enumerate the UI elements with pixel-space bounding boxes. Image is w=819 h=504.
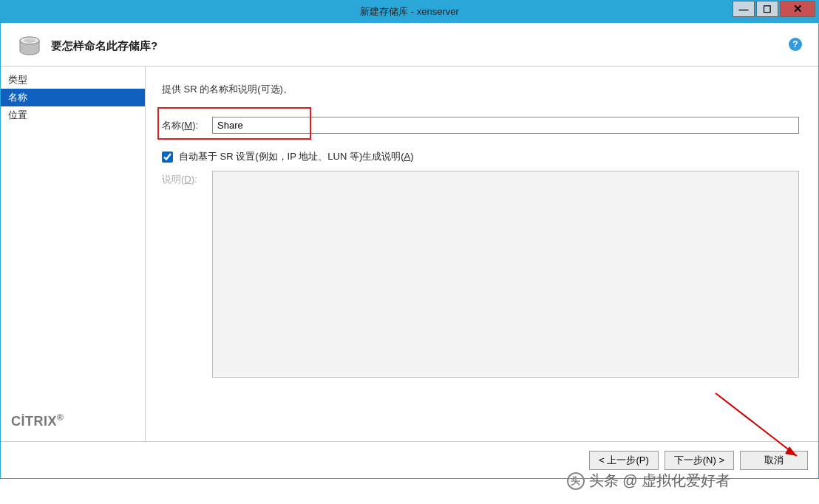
- sidebar-item-type[interactable]: 类型: [1, 71, 145, 89]
- auto-desc-row: 自动基于 SR 设置(例如，IP 地址、LUN 等)生成说明(A): [162, 150, 799, 163]
- name-input[interactable]: [212, 117, 799, 134]
- storage-icon: [18, 36, 41, 55]
- sidebar-item-location[interactable]: 位置: [1, 106, 145, 124]
- svg-point-2: [24, 38, 35, 43]
- auto-desc-label: 自动基于 SR 设置(例如，IP 地址、LUN 等)生成说明(A): [179, 150, 414, 163]
- window-controls: — ☐ ✕: [731, 1, 815, 18]
- back-button[interactable]: < 上一步(P): [589, 451, 659, 470]
- name-label: 名称(M):: [162, 119, 212, 132]
- maximize-button[interactable]: ☐: [756, 1, 778, 17]
- auto-desc-checkbox[interactable]: [162, 151, 173, 163]
- wizard-footer: < 上一步(P) 下一步(N) > 取消: [1, 441, 818, 478]
- sidebar-item-name[interactable]: 名称: [1, 89, 145, 106]
- instruction-text: 提供 SR 的名称和说明(可选)。: [162, 83, 799, 96]
- wizard-header: 要怎样命名此存储库? ?: [1, 23, 818, 67]
- cancel-button[interactable]: 取消: [740, 451, 808, 470]
- window-title: 新建存储库 - xenserver: [1, 5, 818, 18]
- desc-textarea: [212, 171, 799, 378]
- wizard-body: 类型 名称 位置 CİTRIX® 提供 SR 的名称和说明(可选)。 名称(M)…: [1, 67, 818, 441]
- close-button[interactable]: ✕: [780, 1, 815, 17]
- brand-logo: CİTRIX®: [1, 405, 145, 441]
- minimize-button[interactable]: —: [733, 1, 755, 17]
- desc-label: 说明(D):: [162, 171, 212, 186]
- next-button[interactable]: 下一步(N) >: [665, 451, 734, 470]
- desc-row: 说明(D):: [162, 171, 799, 378]
- wizard-window: 新建存储库 - xenserver — ☐ ✕ 要怎样命名此存储库? ? 类型 …: [0, 0, 819, 479]
- page-title: 要怎样命名此存储库?: [51, 39, 157, 53]
- help-icon[interactable]: ?: [789, 38, 802, 51]
- content-pane: 提供 SR 的名称和说明(可选)。 名称(M): 自动基于 SR 设置(例如，I…: [146, 67, 818, 441]
- sidebar: 类型 名称 位置 CİTRIX®: [1, 67, 146, 441]
- name-row: 名称(M):: [162, 117, 799, 134]
- titlebar[interactable]: 新建存储库 - xenserver — ☐ ✕: [1, 1, 818, 23]
